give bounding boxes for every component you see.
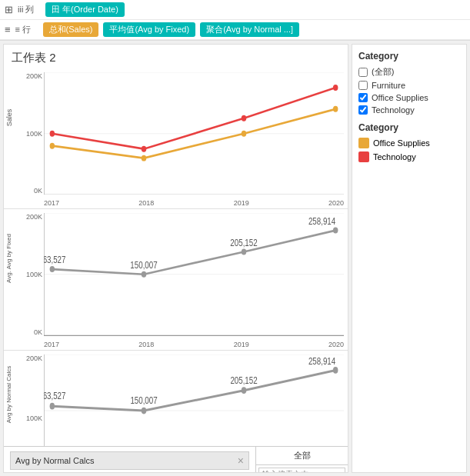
checkbox-all-input[interactable] [358, 68, 368, 77]
rows-label: ≡ 行 [15, 24, 38, 35]
avg-normal-chip-label: 聚合(Avg by Normal ...] [206, 24, 293, 35]
avg-fixed-chip-label: 平均值(Avg by Fixed) [109, 24, 189, 35]
avg-fixed-y-label: Avg. Avg by Fixed [5, 234, 12, 283]
legend-technology-label: Technology [373, 152, 416, 161]
sidebar: Category (全部) Furniture Office Supplies … [352, 44, 467, 473]
svg-text:258,914: 258,914 [308, 216, 335, 226]
legend-technology-color [358, 151, 369, 162]
popup-formula: SUM([Sales])/COUNTD([Category]) [10, 472, 249, 473]
columns-icon: ⊞ [5, 4, 13, 15]
rows-icon: ≡ [5, 24, 11, 35]
popup-right-label: 全部 [256, 447, 348, 464]
svg-point-21 [333, 228, 338, 234]
svg-point-12 [333, 85, 338, 91]
svg-point-20 [242, 249, 247, 255]
popup-title: Avg by Normal Calcs × [10, 451, 249, 470]
avg-fixed-x-axis: 2017 2018 2019 2020 [44, 341, 344, 348]
y-label-100k: 100K [18, 130, 42, 138]
svg-point-33 [242, 387, 247, 394]
checkbox-office[interactable]: Office Supplies [358, 93, 460, 102]
popup-right-panel: 全部 亿速云 [255, 447, 348, 473]
checkbox-office-label: Office Supplies [372, 93, 428, 102]
legend-technology: Technology [358, 151, 460, 162]
svg-point-19 [142, 271, 147, 278]
avg-normal-y-label: Avg by Normal Calcs [5, 365, 12, 423]
svg-text:163,527: 163,527 [44, 255, 65, 265]
svg-point-5 [50, 143, 55, 149]
checkbox-all-label: (全部) [372, 66, 394, 78]
svg-point-9 [50, 131, 55, 137]
svg-point-18 [50, 267, 55, 273]
svg-point-10 [142, 146, 147, 152]
popup-search-area[interactable] [256, 464, 348, 473]
content-area: 工作表 2 Sales 200K 100K 0K [0, 41, 470, 476]
popup-search-input[interactable] [258, 468, 345, 473]
sales-chip[interactable]: 总和(Sales) [43, 22, 99, 37]
svg-point-7 [242, 131, 247, 137]
legend-office: Office Supplies [358, 138, 460, 148]
avg-normal-chip[interactable]: 聚合(Avg by Normal ...] [200, 22, 299, 37]
legend-office-color [358, 138, 369, 148]
avg-fixed-chip[interactable]: 平均值(Avg by Fixed) [103, 22, 195, 37]
rows-row: ≡ ≡ 行 总和(Sales) 平均值(Avg by Fixed) 聚合(Avg… [0, 20, 470, 40]
svg-text:150,007: 150,007 [130, 395, 157, 406]
checkbox-technology-label: Technology [372, 105, 415, 115]
svg-point-31 [50, 403, 55, 410]
y-label-0k: 0K [18, 187, 42, 195]
popup-input-area: Avg by Normal Calcs × SUM([Sales])/COUNT… [4, 447, 255, 473]
checkbox-all[interactable]: (全部) [358, 66, 460, 78]
columns-label: iii 列 [18, 4, 41, 15]
svg-point-34 [333, 367, 338, 374]
avg-fixed-y-axis: 200K 100K 0K [18, 213, 42, 335]
popup-bar: Avg by Normal Calcs × SUM([Sales])/COUNT… [4, 446, 348, 473]
svg-text:163,527: 163,527 [44, 391, 65, 401]
svg-text:205,152: 205,152 [230, 238, 257, 248]
sales-chart-svg [44, 72, 344, 195]
svg-point-32 [142, 408, 147, 414]
toolbar: ⊞ iii 列 田 年(Order Date) ≡ ≡ 行 总和(Sales) … [0, 0, 470, 41]
checkbox-furniture[interactable]: Furniture [358, 81, 460, 90]
checkbox-office-input[interactable] [358, 93, 368, 102]
category-filter-title: Category [358, 51, 460, 62]
columns-row: ⊞ iii 列 田 年(Order Date) [0, 0, 470, 20]
checkbox-furniture-label: Furniture [372, 81, 405, 90]
legend-section: Category Office Supplies Technology [358, 122, 460, 162]
svg-point-8 [333, 106, 338, 112]
popup-close-button[interactable]: × [238, 454, 244, 467]
legend-office-label: Office Supplies [373, 138, 430, 148]
order-date-chip-label: 田 年(Order Date) [52, 4, 118, 15]
sales-y-axis: 200K 100K 0K [18, 72, 42, 195]
sales-x-axis: 2017 2018 2019 2020 [44, 199, 344, 207]
svg-text:150,007: 150,007 [130, 260, 157, 270]
checkbox-technology[interactable]: Technology [358, 105, 460, 115]
sales-y-label: Sales [5, 109, 13, 127]
popup-title-text: Avg by Normal Calcs [15, 456, 95, 465]
sales-chip-label: 总和(Sales) [49, 24, 93, 35]
order-date-chip[interactable]: 田 年(Order Date) [45, 2, 125, 17]
y-label-200k: 200K [18, 72, 42, 80]
checkbox-furniture-input[interactable] [358, 81, 368, 90]
chart-panel: 工作表 2 Sales 200K 100K 0K [3, 44, 348, 473]
svg-text:205,152: 205,152 [230, 375, 257, 386]
svg-text:258,914: 258,914 [308, 356, 336, 367]
checkbox-technology-input[interactable] [358, 105, 368, 115]
svg-point-11 [242, 115, 247, 121]
legend-title: Category [358, 122, 460, 133]
chart-title: 工作表 2 [4, 45, 348, 68]
avg-fixed-chart-svg: 163,527 150,007 205,152 258,914 [44, 213, 344, 335]
svg-point-6 [142, 155, 147, 161]
